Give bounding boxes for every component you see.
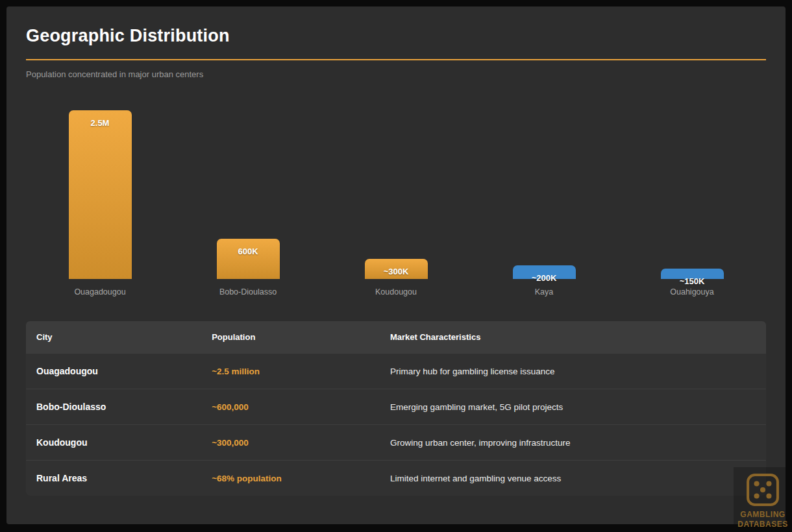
bar-group: 600K <box>174 239 322 279</box>
population-cell: ~2.5 million <box>201 354 380 389</box>
page-subtitle: Population concentrated in major urban c… <box>26 69 766 79</box>
population-cell: ~68% population <box>201 461 380 496</box>
table-row: Koudougou ~300,000 Growing urban center,… <box>26 425 766 461</box>
column-header-population: Population <box>201 321 380 354</box>
column-header-city: City <box>26 321 201 354</box>
watermark-line2: DATABASES <box>734 520 792 529</box>
characteristics-cell: Primary hub for gambling license issuanc… <box>380 354 766 389</box>
characteristics-cell: Limited internet and gambling venue acce… <box>380 461 766 496</box>
bar: ~200K <box>513 265 576 279</box>
category-label: Kaya <box>470 287 618 296</box>
bar: 2.5M <box>69 110 132 279</box>
bar-value-label: ~200K <box>513 273 576 283</box>
bar-value-label: ~150K <box>661 276 724 286</box>
city-cell: Bobo-Dioulasso <box>26 389 201 425</box>
category-label: Ouagadougou <box>26 287 174 296</box>
bar-value-label: ~300K <box>365 267 428 276</box>
bar: ~300K <box>365 259 428 279</box>
bar-chart-plot-area: 2.5M 600K ~300K ~200K ~150K <box>26 110 766 279</box>
watermark: GAMBLING DATABASES <box>734 467 792 532</box>
bar-chart-category-axis: Ouagadougou Bobo-Dioulasso Koudougou Kay… <box>26 287 766 296</box>
bar-value-label: 600K <box>217 247 280 256</box>
column-header-characteristics: Market Characteristics <box>380 321 766 354</box>
table-row: Rural Areas ~68% population Limited inte… <box>26 461 766 496</box>
table-header-row: City Population Market Characteristics <box>26 321 766 354</box>
characteristics-cell: Growing urban center, improving infrastr… <box>380 425 766 461</box>
table-row: Ouagadougou ~2.5 million Primary hub for… <box>26 354 766 389</box>
city-cell: Ouagadougou <box>26 354 201 389</box>
table-row: Bobo-Dioulasso ~600,000 Emerging gamblin… <box>26 389 766 425</box>
bar: ~150K <box>661 269 724 279</box>
bar-group: ~200K <box>470 265 618 279</box>
population-cell: ~300,000 <box>201 425 380 461</box>
category-label: Ouahigouya <box>618 287 766 296</box>
city-cell: Koudougou <box>26 425 201 461</box>
content-card: Geographic Distribution Population conce… <box>6 6 786 524</box>
bar: 600K <box>217 239 280 279</box>
city-table: City Population Market Characteristics O… <box>26 321 766 496</box>
city-cell: Rural Areas <box>26 461 201 496</box>
bar-group: ~300K <box>322 259 470 279</box>
bar-value-label: 2.5M <box>69 118 132 128</box>
category-label: Koudougou <box>322 287 470 296</box>
population-cell: ~600,000 <box>201 389 380 425</box>
bar-group: ~150K <box>618 269 766 279</box>
bar-chart: 2.5M 600K ~300K ~200K ~150K <box>26 110 766 296</box>
bar-group: 2.5M <box>26 110 174 279</box>
dice-icon <box>745 472 780 510</box>
category-label: Bobo-Dioulasso <box>174 287 322 296</box>
characteristics-cell: Emerging gambling market, 5G pilot proje… <box>380 389 766 425</box>
accent-divider <box>26 59 766 60</box>
watermark-line1: GAMBLING <box>734 510 792 520</box>
page-title: Geographic Distribution <box>26 26 766 46</box>
